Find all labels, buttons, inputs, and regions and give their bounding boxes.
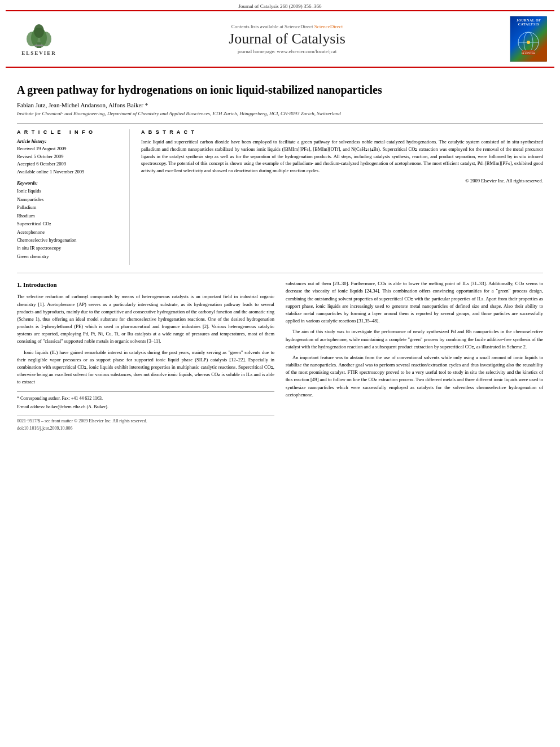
right-paragraph-0: substances out of them [23–30]. Furtherm…	[286, 280, 543, 325]
page-wrapper: Journal of Catalysis 268 (2009) 356–366 …	[0, 0, 560, 747]
article-info-abstract: A R T I C L E I N F O Article history: R…	[17, 123, 543, 265]
svg-text:ELSEVIER: ELSEVIER	[522, 52, 535, 55]
section-number: 1.	[17, 281, 21, 288]
keywords-label: Keywords:	[17, 180, 121, 186]
article-info-heading: A R T I C L E I N F O	[17, 129, 121, 135]
abstract-col: A B S T R A C T Ionic liquid and supercr…	[141, 129, 543, 265]
body-columns: 1. Introduction The selective reduction …	[17, 273, 543, 432]
intro-paragraph-0: The selective reduction of carbonyl comp…	[17, 293, 274, 345]
doi-text: doi:10.1016/j.jcat.2009.10.006	[17, 425, 274, 432]
authors-text: Fabian Jutz, Jean-Michel Andanson, Alfon…	[17, 102, 148, 108]
keyword-item: Nanoparticles	[17, 195, 121, 203]
keyword-item: Palladium	[17, 203, 121, 211]
journal-cover: JOURNAL OF CATALYSIS ELSEVIER	[510, 16, 546, 62]
elsevier-tree-icon	[22, 22, 56, 49]
keyword-item: Chemoselective hydrogenation	[17, 236, 121, 244]
right-paragraph-1: The aim of this study was to investigate…	[286, 328, 543, 351]
received-date: Received 19 August 2009	[17, 145, 121, 153]
article-title: A green pathway for hydrogenations on io…	[17, 82, 543, 97]
footnote-section: * Corresponding author. Fax: +41 44 632 …	[17, 391, 274, 410]
revised-date: Revised 5 October 2009	[17, 153, 121, 161]
keyword-item: Green chemistry	[17, 252, 121, 260]
right-col-paragraphs: substances out of them [23–30]. Furtherm…	[286, 280, 543, 399]
journal-citation: Journal of Catalysis 268 (2009) 356–366	[0, 0, 560, 10]
available-online-date: Available online 1 November 2009	[17, 168, 121, 176]
abstract-paragraph: Ionic liquid and supercritical carbon di…	[141, 138, 543, 174]
keyword-item: Ionic liquids	[17, 187, 121, 195]
article-history-group: Article history: Received 19 August 2009…	[17, 138, 121, 176]
journal-homepage: journal homepage: www.elsevier.com/locat…	[70, 49, 504, 54]
article-authors: Fabian Jutz, Jean-Michel Andanson, Alfon…	[17, 102, 543, 108]
svg-rect-5	[34, 45, 43, 46]
doi-section: 0021-9517/$ – see front matter © 2009 El…	[17, 415, 274, 432]
science-direct-link: Contents lists available at ScienceDirec…	[70, 24, 504, 29]
abstract-heading: A B S T R A C T	[141, 129, 543, 135]
keywords-group: Keywords: Ionic liquidsNanoparticlesPall…	[17, 180, 121, 260]
footnote-star: * Corresponding author. Fax: +41 44 632 …	[17, 395, 274, 402]
article-affiliation: Institute for Chemical- and Bioengineeri…	[17, 111, 543, 116]
svg-point-4	[34, 24, 44, 38]
footnote-email-text: E-mail address: baiker@chem.ethz.ch (A. …	[17, 404, 108, 409]
keyword-item: in situ IR spectroscopy	[17, 244, 121, 252]
journal-cover-inner: JOURNAL OF CATALYSIS ELSEVIER	[510, 16, 547, 62]
elsevier-text: ELSEVIER	[21, 50, 56, 56]
main-content: A green pathway for hydrogenations on io…	[0, 68, 560, 443]
keyword-item: Acetophenone	[17, 228, 121, 236]
article-history-label: Article history:	[17, 138, 121, 144]
intro-paragraph-1: Ionic liquids (IL) have gained remarkabl…	[17, 349, 274, 386]
abstract-text: Ionic liquid and supercritical carbon di…	[141, 138, 543, 174]
right-body-col: substances out of them [23–30]. Furtherm…	[286, 280, 543, 432]
keyword-item: Supercritical CO₂	[17, 220, 121, 228]
keywords-list: Ionic liquidsNanoparticlesPalladiumRhodi…	[17, 187, 121, 260]
elsevier-logo: ELSEVIER	[14, 22, 64, 56]
accepted-date: Accepted 6 October 2009	[17, 160, 121, 168]
journal-citation-text: Journal of Catalysis 268 (2009) 356–366	[238, 3, 321, 9]
left-body-col: 1. Introduction The selective reduction …	[17, 280, 274, 432]
left-col-paragraphs: The selective reduction of carbonyl comp…	[17, 293, 274, 386]
journal-title-header: Journal of Catalysis	[70, 30, 504, 47]
section-title-text: Introduction	[23, 281, 57, 288]
journal-header: ELSEVIER Contents lists available at Sci…	[6, 10, 554, 68]
section-1-title: 1. Introduction	[17, 280, 274, 290]
svg-point-10	[527, 41, 530, 44]
right-paragraph-2: An important feature was to abstain from…	[286, 354, 543, 399]
footnote-email: E-mail address: baiker@chem.ethz.ch (A. …	[17, 404, 274, 410]
cover-art-icon: ELSEVIER	[513, 27, 544, 58]
cover-title-text: JOURNAL OF CATALYSIS	[511, 19, 546, 27]
copyright-line: © 2009 Elsevier Inc. All rights reserved…	[141, 178, 543, 184]
science-direct-a[interactable]: ScienceDirect	[314, 24, 343, 29]
issn-text: 0021-9517/$ – see front matter © 2009 El…	[17, 418, 274, 425]
journal-center: Contents lists available at ScienceDirec…	[70, 24, 504, 54]
article-info-col: A R T I C L E I N F O Article history: R…	[17, 129, 130, 265]
article-info-dates: Received 19 August 2009 Revised 5 Octobe…	[17, 145, 121, 176]
keyword-item: Rhodium	[17, 212, 121, 220]
